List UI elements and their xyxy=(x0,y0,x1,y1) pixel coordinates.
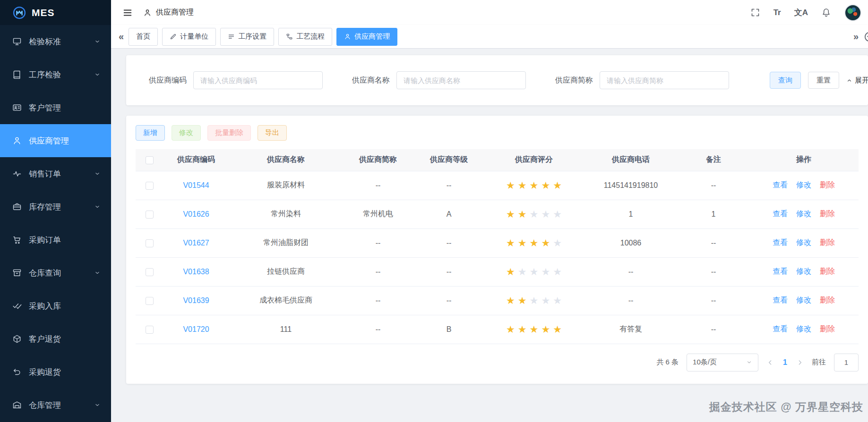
delete-link[interactable]: 删除 xyxy=(820,296,835,304)
hamburger-icon[interactable] xyxy=(122,8,133,18)
remark-cell: 1 xyxy=(678,200,749,228)
supplier-grade-cell: -- xyxy=(413,228,484,257)
collapse-toggle[interactable]: 展开 xyxy=(846,76,868,85)
reset-button[interactable]: 重置 xyxy=(808,72,839,89)
sidebar-item-warehouse-query[interactable]: 仓库查询 xyxy=(0,256,111,289)
view-link[interactable]: 查看 xyxy=(773,181,788,189)
prev-page-icon[interactable] xyxy=(766,359,774,366)
sidebar-item-inspection-standard[interactable]: 检验标准 xyxy=(0,25,111,58)
table-row: V01627 常州油脂财团 -- -- ★★★★★ 10086 -- 查看修改删… xyxy=(136,228,859,257)
supplier-phone-cell: 10086 xyxy=(584,228,678,257)
tab-measure-unit[interactable]: 计量单位 xyxy=(162,28,216,46)
batch-delete-button[interactable]: 批量删除 xyxy=(207,125,251,141)
supplier-name-cell: 成衣棉毛供应商 xyxy=(229,286,343,315)
view-link[interactable]: 查看 xyxy=(773,267,788,275)
supplier-short-name-cell: -- xyxy=(343,171,413,200)
remark-cell: -- xyxy=(678,228,749,257)
row-checkbox[interactable] xyxy=(146,268,154,276)
supplier-grade-cell: -- xyxy=(413,257,484,286)
tab-process-setting[interactable]: 工序设置 xyxy=(220,28,274,46)
tabs-scroll-left-icon[interactable]: « xyxy=(119,31,124,42)
tabs-options-icon[interactable] xyxy=(863,31,868,43)
delete-link[interactable]: 删除 xyxy=(820,267,835,275)
chevron-up-icon xyxy=(846,77,852,84)
search-actions: 查询 重置 展开 xyxy=(770,72,868,89)
cart-icon xyxy=(12,235,22,245)
sidebar-item-purchase-order[interactable]: 采购订单 xyxy=(0,223,111,256)
view-link[interactable]: 查看 xyxy=(773,210,788,218)
font-size-icon[interactable]: Tr xyxy=(773,8,781,17)
delete-link[interactable]: 删除 xyxy=(820,238,835,246)
delete-link[interactable]: 删除 xyxy=(820,325,835,333)
fullscreen-icon[interactable] xyxy=(750,8,760,17)
supplier-code-link[interactable]: V01720 xyxy=(183,325,209,333)
select-all-checkbox[interactable] xyxy=(146,156,154,164)
delete-link[interactable]: 删除 xyxy=(820,210,835,218)
tab-supplier-management[interactable]: 供应商管理 xyxy=(336,28,397,46)
tab-label: 工序设置 xyxy=(238,32,266,41)
edit-link[interactable]: 修改 xyxy=(796,238,811,246)
row-checkbox[interactable] xyxy=(146,297,154,305)
row-checkbox[interactable] xyxy=(146,326,154,334)
view-link[interactable]: 查看 xyxy=(773,296,788,304)
delete-link[interactable]: 删除 xyxy=(820,181,835,189)
edit-link[interactable]: 修改 xyxy=(796,325,811,333)
edit-link[interactable]: 修改 xyxy=(796,181,811,189)
edit-link[interactable]: 修改 xyxy=(796,296,811,304)
page-size-select[interactable]: 10条/页 xyxy=(687,354,758,371)
sidebar-item-inventory-management[interactable]: 库存管理 xyxy=(0,190,111,223)
rating-stars: ★★★★★ xyxy=(505,297,563,305)
supplier-short-name-input[interactable] xyxy=(600,71,729,89)
sidebar-item-purchase-inbound[interactable]: 采购入库 xyxy=(0,289,111,322)
query-button[interactable]: 查询 xyxy=(770,72,801,89)
pen-icon xyxy=(170,33,177,40)
edit-link[interactable]: 修改 xyxy=(796,267,811,275)
view-link[interactable]: 查看 xyxy=(773,325,788,333)
supplier-code-link[interactable]: V01627 xyxy=(183,239,209,247)
sidebar-item-customer-return[interactable]: 客户退货 xyxy=(0,322,111,355)
current-page[interactable]: 1 xyxy=(782,358,788,367)
monitor-icon xyxy=(12,37,22,46)
row-checkbox[interactable] xyxy=(146,211,154,219)
table-row: V01639 成衣棉毛供应商 -- -- ★★★★★ -- -- 查看修改删除 xyxy=(136,286,859,315)
add-button[interactable]: 新增 xyxy=(136,125,165,141)
supplier-grade-cell: A xyxy=(413,200,484,228)
field-label: 供应商名称 xyxy=(352,76,390,85)
sidebar-item-supplier-management[interactable]: 供应商管理 xyxy=(0,124,111,157)
goto-page-input[interactable] xyxy=(834,354,859,371)
edit-button[interactable]: 修改 xyxy=(172,125,201,141)
sidebar-item-customer-management[interactable]: 客户管理 xyxy=(0,91,111,124)
app-logo[interactable]: MES xyxy=(0,0,111,25)
sidebar-item-process-inspection[interactable]: 工序检验 xyxy=(0,58,111,91)
supplier-code-link[interactable]: V01639 xyxy=(183,296,209,304)
tab-process-flow[interactable]: 工艺流程 xyxy=(278,28,332,46)
avatar[interactable] xyxy=(844,4,861,21)
sidebar-item-warehouse-management[interactable]: 仓库管理 xyxy=(0,388,111,422)
tabs-scroll-right-icon[interactable]: » xyxy=(853,31,859,42)
sidebar-item-purchase-return[interactable]: 采购退货 xyxy=(0,355,111,388)
rating-stars: ★★★★★ xyxy=(505,269,563,277)
view-link[interactable]: 查看 xyxy=(773,238,788,246)
pulse-icon xyxy=(12,169,22,178)
supplier-table-panel: 新增 修改 批量删除 导出 供应商编码 供应商名称 xyxy=(126,116,868,384)
supplier-code-input[interactable] xyxy=(193,71,323,89)
supplier-code-link[interactable]: V01544 xyxy=(183,181,209,189)
archive-icon xyxy=(12,268,22,278)
supplier-code-link[interactable]: V01638 xyxy=(183,268,209,276)
supplier-name-input[interactable] xyxy=(396,71,526,89)
sidebar-item-sales-order[interactable]: 销售订单 xyxy=(0,157,111,190)
supplier-code-link[interactable]: V01626 xyxy=(183,210,209,218)
row-checkbox[interactable] xyxy=(146,182,154,190)
supplier-name-cell: 拉链供应商 xyxy=(229,257,343,286)
col-supplier-phone: 供应商电话 xyxy=(584,149,678,171)
open-tabs: 首页 计量单位 工序设置 工艺流程 供应商管理 xyxy=(129,28,849,46)
edit-link[interactable]: 修改 xyxy=(796,210,811,218)
language-icon[interactable]: 文A xyxy=(794,7,808,18)
chevron-down-icon xyxy=(94,38,101,45)
row-checkbox[interactable] xyxy=(146,239,154,247)
tab-home[interactable]: 首页 xyxy=(129,28,158,46)
next-page-icon[interactable] xyxy=(796,359,804,366)
breadcrumb: 供应商管理 xyxy=(143,8,194,17)
bell-icon[interactable] xyxy=(821,8,831,17)
export-button[interactable]: 导出 xyxy=(258,125,287,141)
